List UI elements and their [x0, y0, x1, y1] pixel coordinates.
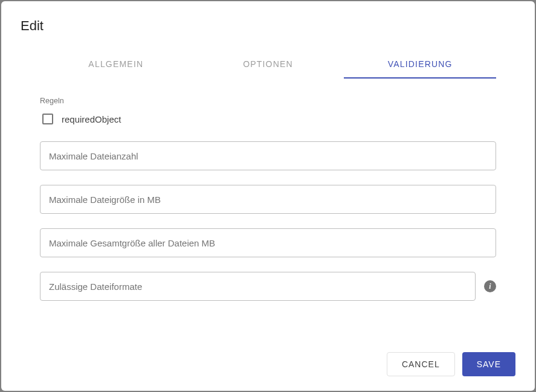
save-button[interactable]: Save: [462, 352, 515, 376]
tab-bar: Allgemein Optionen Validierung: [40, 51, 496, 79]
required-object-label[interactable]: requiredObject: [62, 114, 121, 124]
max-file-count-input[interactable]: [40, 141, 496, 170]
info-icon: i: [484, 280, 496, 292]
max-file-size-input[interactable]: [40, 185, 496, 214]
required-object-checkbox[interactable]: [42, 114, 53, 124]
rules-label: Regeln: [40, 97, 496, 105]
tab-validation[interactable]: Validierung: [344, 51, 496, 79]
cancel-button[interactable]: Cancel: [387, 352, 455, 376]
validation-panel: Regeln requiredObject i: [21, 79, 515, 352]
dialog-title: Edit: [21, 18, 515, 34]
allowed-formats-row: i: [40, 272, 496, 301]
tab-options[interactable]: Optionen: [192, 51, 344, 79]
dialog-actions: Cancel Save: [21, 352, 515, 376]
required-object-row: requiredObject: [42, 114, 496, 124]
tab-general[interactable]: Allgemein: [40, 51, 192, 79]
edit-dialog: Edit Allgemein Optionen Validierung Rege…: [1, 1, 535, 391]
max-total-size-input[interactable]: [40, 228, 496, 257]
allowed-formats-input[interactable]: [40, 272, 476, 301]
